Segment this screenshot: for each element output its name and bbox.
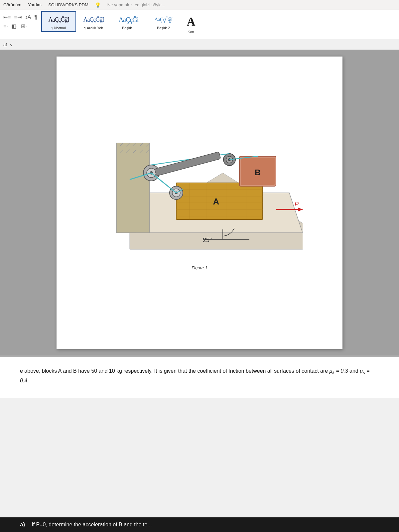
svg-marker-43: [298, 207, 303, 211]
svg-line-37: [151, 173, 176, 193]
ribbon-row-2: ≡· ◧· ⊞·: [3, 22, 38, 30]
style-baslik2-preview: AaÇçĞğI: [154, 13, 172, 26]
para-section: af ↘: [0, 40, 399, 50]
list-outdent-icon[interactable]: ≡⇥: [13, 13, 22, 21]
menu-yardim[interactable]: Yardım: [28, 2, 42, 7]
menu-gorunum[interactable]: Görünüm: [3, 2, 21, 7]
svg-rect-13: [176, 183, 263, 219]
style-baslik2[interactable]: AaÇçĞğI Başlık 2: [146, 11, 181, 32]
ribbon-styles: AaÇçĞğI ¶ Normal AaÇçĞğI ¶ Aralık Yok Aa…: [41, 11, 201, 36]
style-normal-preview: AaÇçĞğI: [48, 13, 69, 26]
mu-s-value: μs = 0.4: [20, 368, 369, 383]
style-aralik-yok[interactable]: AaÇçĞğI ¶ Aralık Yok: [76, 11, 111, 32]
problem-statement: e above, blocks A and B have 50 and 10 k…: [20, 367, 379, 385]
figure-caption: Figure 1: [192, 265, 207, 270]
style-kon[interactable]: A Kon: [181, 11, 201, 36]
search-icon: 💡: [95, 2, 101, 8]
style-baslik1-preview: AaÇçĞi: [119, 13, 139, 26]
svg-text:25°: 25°: [203, 237, 212, 243]
para-label: af: [3, 42, 7, 47]
align-icon[interactable]: ≡·: [3, 23, 9, 30]
svg-marker-2: [116, 143, 150, 233]
doc-page: A B: [57, 57, 342, 349]
question-text: If P=0, determine the acceleration of B …: [32, 522, 152, 528]
para-expand-icon[interactable]: ↘: [9, 43, 13, 47]
ribbon-left-icons: ⇤≡ ≡⇥ ↕A ¶ ≡· ◧· ⊞·: [3, 11, 38, 30]
style-aralik-preview: AaÇçĞğI: [83, 13, 104, 26]
list-indent-icon[interactable]: ⇤≡: [3, 13, 11, 21]
style-normal[interactable]: AaÇçĞğI ¶ Normal: [41, 11, 76, 32]
style-baslik2-label: Başlık 2: [157, 26, 170, 30]
document-area: A B: [0, 50, 399, 356]
figure-diagram: A B: [96, 76, 303, 263]
aralik-arrow: ¶: [84, 26, 86, 30]
menu-bar: Görünüm Yardım SOLIDWORKS PDM 💡 Ne yapma…: [0, 0, 399, 10]
border-icon[interactable]: ⊞·: [20, 22, 27, 30]
text-content-area: e above, blocks A and B have 50 and 10 k…: [0, 356, 399, 398]
svg-text:A: A: [213, 197, 219, 206]
question-area: a) If P=0, determine the acceleration of…: [0, 517, 399, 532]
svg-text:P: P: [295, 201, 299, 207]
menu-search-hint[interactable]: Ne yapmak istediğinizi söyle...: [107, 2, 165, 7]
figure-container: A B: [76, 76, 323, 270]
sort-icon[interactable]: ↕A: [24, 14, 32, 21]
shade-icon[interactable]: ◧·: [11, 22, 18, 30]
pilcrow-icon[interactable]: ¶: [34, 14, 38, 21]
style-baslik1[interactable]: AaÇçĞi Başlık 1: [111, 11, 146, 32]
normal-arrow: ¶: [52, 26, 53, 30]
svg-text:B: B: [255, 168, 260, 177]
question-label: a): [20, 521, 25, 528]
style-normal-label: ¶ Normal: [52, 26, 66, 30]
mu-k-value: μk = 0.3: [330, 368, 348, 374]
style-aralik-label: ¶ Aralık Yok: [84, 26, 103, 30]
style-baslik1-label: Başlık 1: [122, 26, 135, 30]
menu-solidworks[interactable]: SOLIDWORKS PDM: [48, 2, 88, 7]
svg-rect-41: [155, 152, 221, 176]
style-kon-preview: A: [187, 13, 195, 30]
ribbon: ⇤≡ ≡⇥ ↕A ¶ ≡· ◧· ⊞· AaÇçĞğI ¶ Normal AaÇ…: [0, 10, 399, 40]
style-kon-label: Kon: [188, 30, 194, 34]
ribbon-row-1: ⇤≡ ≡⇥ ↕A ¶: [3, 13, 38, 21]
